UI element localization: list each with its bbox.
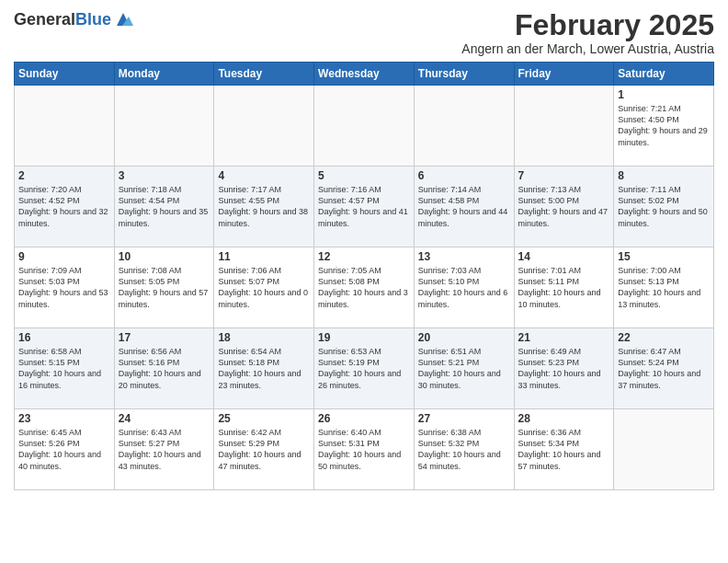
day-number: 25 bbox=[218, 412, 310, 425]
location: Angern an der March, Lower Austria, Aust… bbox=[461, 41, 714, 56]
day-info: Sunrise: 7:13 AM Sunset: 5:00 PM Dayligh… bbox=[518, 184, 610, 229]
day-info: Sunrise: 6:42 AM Sunset: 5:29 PM Dayligh… bbox=[218, 427, 310, 472]
day-number: 6 bbox=[418, 169, 510, 182]
day-cell: 10Sunrise: 7:08 AM Sunset: 5:05 PM Dayli… bbox=[114, 247, 214, 328]
week-row-4: 16Sunrise: 6:58 AM Sunset: 5:15 PM Dayli… bbox=[15, 328, 714, 409]
day-cell bbox=[114, 86, 214, 167]
day-info: Sunrise: 6:40 AM Sunset: 5:31 PM Dayligh… bbox=[318, 427, 410, 472]
day-info: Sunrise: 7:18 AM Sunset: 4:54 PM Dayligh… bbox=[119, 184, 210, 229]
day-info: Sunrise: 6:51 AM Sunset: 5:21 PM Dayligh… bbox=[418, 346, 510, 391]
day-cell: 4Sunrise: 7:17 AM Sunset: 4:55 PM Daylig… bbox=[214, 167, 314, 247]
day-cell bbox=[214, 86, 314, 167]
day-number: 13 bbox=[418, 250, 510, 263]
day-number: 19 bbox=[318, 331, 410, 344]
day-number: 7 bbox=[518, 169, 610, 182]
day-cell: 22Sunrise: 6:47 AM Sunset: 5:24 PM Dayli… bbox=[614, 328, 714, 409]
day-cell: 21Sunrise: 6:49 AM Sunset: 5:23 PM Dayli… bbox=[514, 328, 614, 409]
day-number: 10 bbox=[119, 250, 210, 263]
day-number: 27 bbox=[418, 412, 510, 425]
day-cell: 3Sunrise: 7:18 AM Sunset: 4:54 PM Daylig… bbox=[114, 167, 214, 247]
col-header-tuesday: Tuesday bbox=[214, 63, 314, 86]
day-number: 8 bbox=[618, 169, 710, 182]
day-cell: 8Sunrise: 7:11 AM Sunset: 5:02 PM Daylig… bbox=[614, 167, 714, 247]
day-info: Sunrise: 7:00 AM Sunset: 5:13 PM Dayligh… bbox=[618, 265, 710, 310]
day-cell: 27Sunrise: 6:38 AM Sunset: 5:32 PM Dayli… bbox=[414, 409, 514, 490]
header: GeneralBlue February 2025 Angern an der … bbox=[14, 9, 714, 56]
day-number: 12 bbox=[318, 250, 410, 263]
col-header-wednesday: Wednesday bbox=[314, 63, 415, 86]
day-cell bbox=[514, 86, 614, 167]
day-number: 3 bbox=[119, 169, 210, 182]
day-cell: 18Sunrise: 6:54 AM Sunset: 5:18 PM Dayli… bbox=[214, 328, 314, 409]
day-info: Sunrise: 7:06 AM Sunset: 5:07 PM Dayligh… bbox=[218, 265, 310, 310]
day-info: Sunrise: 7:17 AM Sunset: 4:55 PM Dayligh… bbox=[218, 184, 310, 229]
day-number: 9 bbox=[18, 250, 110, 263]
month-title: February 2025 bbox=[461, 9, 714, 41]
day-info: Sunrise: 6:54 AM Sunset: 5:18 PM Dayligh… bbox=[218, 346, 310, 391]
day-number: 26 bbox=[318, 412, 410, 425]
day-cell bbox=[414, 86, 514, 167]
day-cell: 26Sunrise: 6:40 AM Sunset: 5:31 PM Dayli… bbox=[314, 409, 415, 490]
day-info: Sunrise: 7:05 AM Sunset: 5:08 PM Dayligh… bbox=[318, 265, 410, 310]
week-row-3: 9Sunrise: 7:09 AM Sunset: 5:03 PM Daylig… bbox=[15, 247, 714, 328]
col-header-thursday: Thursday bbox=[414, 63, 514, 86]
day-number: 21 bbox=[518, 331, 610, 344]
day-info: Sunrise: 6:58 AM Sunset: 5:15 PM Dayligh… bbox=[18, 346, 110, 391]
col-header-saturday: Saturday bbox=[614, 63, 714, 86]
day-cell: 20Sunrise: 6:51 AM Sunset: 5:21 PM Dayli… bbox=[414, 328, 514, 409]
day-number: 2 bbox=[18, 169, 110, 182]
day-cell: 14Sunrise: 7:01 AM Sunset: 5:11 PM Dayli… bbox=[514, 247, 614, 328]
day-info: Sunrise: 6:38 AM Sunset: 5:32 PM Dayligh… bbox=[418, 427, 510, 472]
day-info: Sunrise: 6:53 AM Sunset: 5:19 PM Dayligh… bbox=[318, 346, 410, 391]
day-number: 17 bbox=[119, 331, 210, 344]
day-info: Sunrise: 7:20 AM Sunset: 4:52 PM Dayligh… bbox=[18, 184, 110, 229]
day-cell: 19Sunrise: 6:53 AM Sunset: 5:19 PM Dayli… bbox=[314, 328, 415, 409]
day-cell: 23Sunrise: 6:45 AM Sunset: 5:26 PM Dayli… bbox=[15, 409, 115, 490]
day-info: Sunrise: 7:11 AM Sunset: 5:02 PM Dayligh… bbox=[618, 184, 710, 229]
day-cell: 5Sunrise: 7:16 AM Sunset: 4:57 PM Daylig… bbox=[314, 167, 415, 247]
day-cell: 7Sunrise: 7:13 AM Sunset: 5:00 PM Daylig… bbox=[514, 167, 614, 247]
day-cell: 28Sunrise: 6:36 AM Sunset: 5:34 PM Dayli… bbox=[514, 409, 614, 490]
day-cell: 1Sunrise: 7:21 AM Sunset: 4:50 PM Daylig… bbox=[614, 86, 714, 167]
day-cell: 9Sunrise: 7:09 AM Sunset: 5:03 PM Daylig… bbox=[15, 247, 115, 328]
day-info: Sunrise: 6:47 AM Sunset: 5:24 PM Dayligh… bbox=[618, 346, 710, 391]
day-cell: 15Sunrise: 7:00 AM Sunset: 5:13 PM Dayli… bbox=[614, 247, 714, 328]
day-number: 16 bbox=[18, 331, 110, 344]
day-info: Sunrise: 6:36 AM Sunset: 5:34 PM Dayligh… bbox=[518, 427, 610, 472]
week-row-5: 23Sunrise: 6:45 AM Sunset: 5:26 PM Dayli… bbox=[15, 409, 714, 490]
day-info: Sunrise: 7:14 AM Sunset: 4:58 PM Dayligh… bbox=[418, 184, 510, 229]
col-header-friday: Friday bbox=[514, 63, 614, 86]
day-cell: 25Sunrise: 6:42 AM Sunset: 5:29 PM Dayli… bbox=[214, 409, 314, 490]
day-number: 28 bbox=[518, 412, 610, 425]
day-number: 23 bbox=[18, 412, 110, 425]
day-number: 15 bbox=[618, 250, 710, 263]
day-number: 14 bbox=[518, 250, 610, 263]
day-cell bbox=[614, 409, 714, 490]
logo: GeneralBlue bbox=[14, 9, 133, 29]
day-cell: 24Sunrise: 6:43 AM Sunset: 5:27 PM Dayli… bbox=[114, 409, 214, 490]
calendar-header-row: SundayMondayTuesdayWednesdayThursdayFrid… bbox=[15, 63, 714, 86]
day-cell: 16Sunrise: 6:58 AM Sunset: 5:15 PM Dayli… bbox=[15, 328, 115, 409]
day-info: Sunrise: 6:45 AM Sunset: 5:26 PM Dayligh… bbox=[18, 427, 110, 472]
day-info: Sunrise: 6:49 AM Sunset: 5:23 PM Dayligh… bbox=[518, 346, 610, 391]
day-number: 11 bbox=[218, 250, 310, 263]
day-number: 18 bbox=[218, 331, 310, 344]
day-number: 1 bbox=[618, 88, 710, 101]
day-number: 24 bbox=[119, 412, 210, 425]
day-cell: 2Sunrise: 7:20 AM Sunset: 4:52 PM Daylig… bbox=[15, 167, 115, 247]
week-row-2: 2Sunrise: 7:20 AM Sunset: 4:52 PM Daylig… bbox=[15, 167, 714, 247]
day-cell: 13Sunrise: 7:03 AM Sunset: 5:10 PM Dayli… bbox=[414, 247, 514, 328]
day-info: Sunrise: 6:56 AM Sunset: 5:16 PM Dayligh… bbox=[119, 346, 210, 391]
day-number: 20 bbox=[418, 331, 510, 344]
title-block: February 2025 Angern an der March, Lower… bbox=[461, 9, 714, 56]
day-info: Sunrise: 7:21 AM Sunset: 4:50 PM Dayligh… bbox=[618, 103, 710, 148]
day-number: 4 bbox=[218, 169, 310, 182]
day-info: Sunrise: 7:16 AM Sunset: 4:57 PM Dayligh… bbox=[318, 184, 410, 229]
day-info: Sunrise: 7:09 AM Sunset: 5:03 PM Dayligh… bbox=[18, 265, 110, 310]
day-cell: 12Sunrise: 7:05 AM Sunset: 5:08 PM Dayli… bbox=[314, 247, 415, 328]
day-cell: 17Sunrise: 6:56 AM Sunset: 5:16 PM Dayli… bbox=[114, 328, 214, 409]
logo-general-text: General bbox=[14, 10, 75, 29]
day-number: 22 bbox=[618, 331, 710, 344]
week-row-1: 1Sunrise: 7:21 AM Sunset: 4:50 PM Daylig… bbox=[15, 86, 714, 167]
day-info: Sunrise: 7:03 AM Sunset: 5:10 PM Dayligh… bbox=[418, 265, 510, 310]
